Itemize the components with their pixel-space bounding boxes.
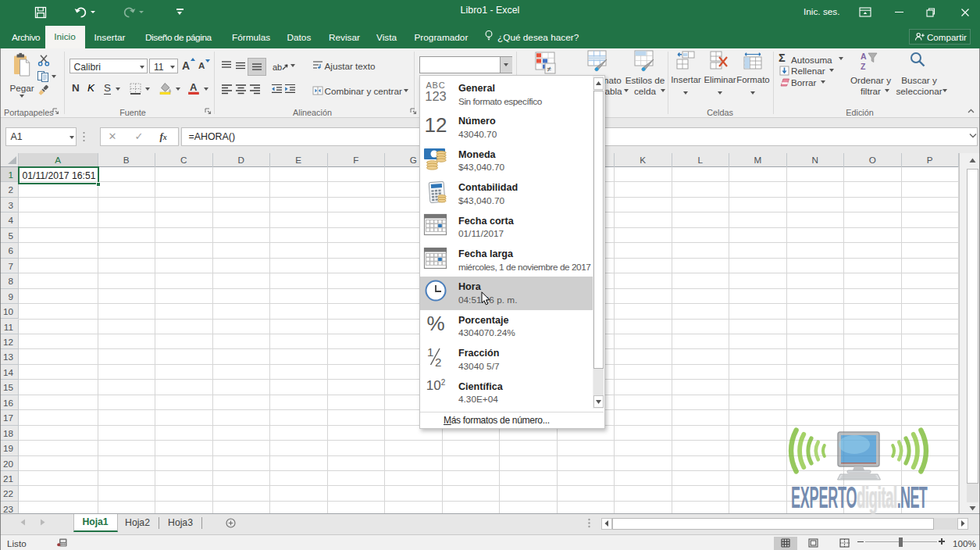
svg-text:A: A [861, 52, 867, 61]
svg-text:Z: Z [861, 62, 866, 71]
svg-text:1: 1 [427, 345, 433, 359]
svg-text:ab: ab [273, 62, 282, 72]
svg-text:2: 2 [435, 355, 441, 369]
svg-text:≠: ≠ [547, 65, 552, 73]
svg-text:A: A [190, 82, 198, 93]
